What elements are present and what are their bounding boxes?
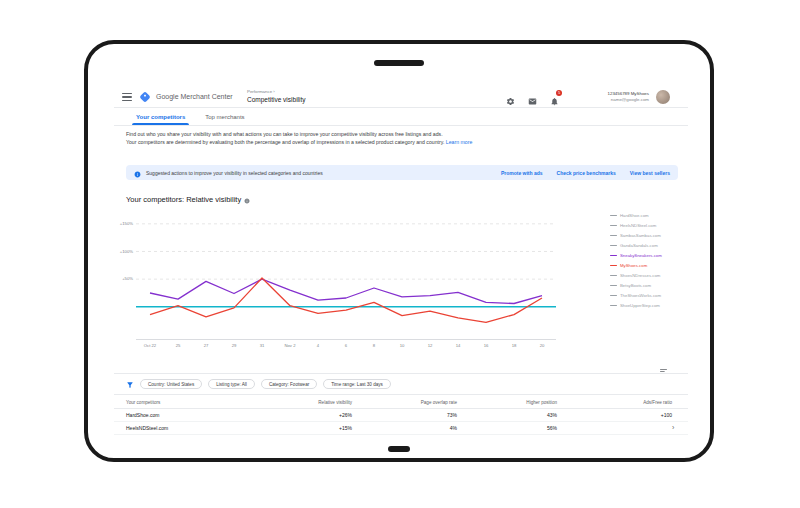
notification-badge: 5 (556, 90, 562, 96)
filter-chip-listing-type[interactable]: Listing type: All (208, 379, 255, 389)
menu-icon[interactable] (122, 93, 132, 101)
filter-bar: Country: United StatesListing type: AllC… (126, 377, 391, 391)
legend-item-sneakysneakers-com[interactable]: SneakySneakers.com (610, 253, 662, 258)
filter-list-icon[interactable] (659, 362, 668, 380)
funnel-filter-icon[interactable] (126, 375, 134, 393)
x-axis-label: 20 (528, 343, 556, 348)
x-axis-label: 31 (248, 343, 276, 348)
table-body: HardShoe.com+26%73%43%+100HeelsNDSteel.c… (114, 409, 688, 435)
banner-link-promote-with-ads[interactable]: Promote with ads (501, 170, 543, 176)
app-name[interactable]: Google Merchant Center (156, 93, 233, 100)
legend-item-shoesndresses-com[interactable]: ShoesNDresses.com (610, 273, 662, 278)
breadcrumb-block: Performance › Competitive visibility (247, 89, 306, 103)
x-axis-label: 18 (500, 343, 528, 348)
chart-legend: HardShoe.comHeelsNDSteel.comSambasSambas… (610, 213, 662, 308)
legend-item-gandasandals-com[interactable]: GandaSandals.com (610, 243, 662, 248)
tab-bar: Your competitorsTop merchants (114, 108, 688, 126)
x-axis-label: 10 (388, 343, 416, 348)
legend-item-hardshoe-com[interactable]: HardShoe.com (610, 213, 662, 218)
column-header-ads-free-ratio[interactable]: Ads/Free ratio (561, 400, 676, 405)
filter-chip-category[interactable]: Category: Footwear (261, 379, 317, 389)
suggestion-banner: Suggested actions to improve your visibi… (126, 165, 678, 180)
merchant-center-logo-icon (139, 91, 150, 102)
legend-swatch (610, 285, 617, 287)
divider (114, 373, 688, 374)
x-axis-label: Oct 22 (136, 343, 164, 348)
intro-line-2: Your competitors are determined by evalu… (126, 139, 444, 145)
filter-chip-country[interactable]: Country: United States (140, 379, 202, 389)
avatar[interactable] (656, 90, 670, 104)
legend-item-heelsndsteel-com[interactable]: HeelsNDSteel.com (610, 223, 662, 228)
column-header-your-competitors[interactable]: Your competitors (126, 400, 286, 405)
app-header: Google Merchant Center Performance › Com… (114, 86, 688, 108)
banner-text: Suggested actions to improve your visibi… (146, 170, 323, 176)
banner-link-view-best-sellers[interactable]: View best sellers (630, 170, 670, 176)
legend-label: SambasSambas.com (620, 233, 661, 238)
table-row[interactable]: HardShoe.com+26%73%43%+100 (114, 409, 688, 422)
table-row[interactable]: HeelsNDSteel.com+15%4%56% (114, 422, 688, 435)
page: Google Merchant Center Performance › Com… (0, 0, 800, 508)
filter-chip-time-range[interactable]: Time range: Last 30 days (323, 379, 391, 389)
section-info-icon[interactable] (244, 190, 250, 208)
series-line-sneakysneakers-com (150, 279, 542, 303)
metric-value: +15% (286, 425, 356, 431)
metric-value: 4% (356, 425, 461, 431)
column-header-page-overlap-rate[interactable]: Page overlap rate (356, 400, 461, 405)
legend-label: GandaSandals.com (620, 243, 658, 248)
tab-top-merchants[interactable]: Top merchants (195, 108, 254, 125)
column-header-higher-position[interactable]: Higher position (461, 400, 561, 405)
notifications-bell-icon[interactable]: 5 (550, 92, 559, 101)
account-name: 123456789 MyShoes (566, 91, 649, 96)
x-axis-label: 16 (472, 343, 500, 348)
competitor-name: HardShoe.com (126, 412, 286, 418)
chevron-right-icon[interactable]: › (672, 424, 674, 431)
legend-label: TheShoesWorks.com (620, 293, 661, 298)
banner-link-check-price-benchmarks[interactable]: Check price benchmarks (557, 170, 616, 176)
table-header-row: Your competitorsRelative visibilityPage … (114, 397, 688, 409)
learn-more-link[interactable]: Learn more (446, 139, 473, 145)
info-icon (134, 164, 141, 182)
x-axis-label: 25 (164, 343, 192, 348)
legend-label: HeelsNDSteel.com (620, 223, 656, 228)
section-title-row: Your competitors: Relative visibility (126, 190, 250, 208)
x-axis-label: 6 (332, 343, 360, 348)
legend-item-sambassambas-com[interactable]: SambasSambas.com (610, 233, 662, 238)
legend-swatch (610, 275, 617, 277)
legend-label: MyShoes.com (620, 263, 647, 268)
legend-label: ShoesNDresses.com (620, 273, 660, 278)
legend-swatch (610, 295, 617, 297)
metric-value: +100 (561, 412, 676, 418)
breadcrumb[interactable]: Performance › (247, 89, 306, 94)
y-axis-label: +150% (114, 221, 133, 226)
legend-label: HardShoe.com (620, 213, 649, 218)
legend-label: ShoeUpperStep.com (620, 303, 660, 308)
legend-swatch (610, 245, 617, 247)
metric-value: 43% (461, 412, 561, 418)
x-axis-label: 8 (360, 343, 388, 348)
chart-plot (136, 210, 556, 340)
legend-swatch (610, 265, 617, 267)
legend-item-myshoes-com[interactable]: MyShoes.com (610, 263, 662, 268)
legend-item-theshoesworks-com[interactable]: TheShoesWorks.com (610, 293, 662, 298)
legend-item-shoeupperstep-com[interactable]: ShoeUpperStep.com (610, 303, 662, 308)
legend-swatch (610, 235, 617, 237)
tab-your-competitors[interactable]: Your competitors (126, 108, 195, 125)
divider (114, 394, 688, 395)
home-button[interactable] (388, 446, 410, 452)
legend-swatch (610, 215, 617, 217)
mail-icon[interactable] (528, 92, 537, 101)
x-axis-label: 29 (220, 343, 248, 348)
intro-line-1: Find out who you share your visibility w… (126, 131, 443, 137)
legend-item-betsyboots-com[interactable]: BetsyBoots.com (610, 283, 662, 288)
legend-label: SneakySneakers.com (620, 253, 662, 258)
x-axis-label: 4 (304, 343, 332, 348)
metric-value: +26% (286, 412, 356, 418)
legend-swatch (610, 225, 617, 227)
metric-value: 56% (461, 425, 561, 431)
competitors-table: Your competitorsRelative visibilityPage … (114, 397, 688, 435)
x-axis-label: 27 (192, 343, 220, 348)
column-header-relative-visibility[interactable]: Relative visibility (286, 400, 356, 405)
section-title: Your competitors: Relative visibility (126, 195, 241, 204)
settings-gear-icon[interactable] (506, 92, 515, 101)
legend-swatch (610, 305, 617, 307)
